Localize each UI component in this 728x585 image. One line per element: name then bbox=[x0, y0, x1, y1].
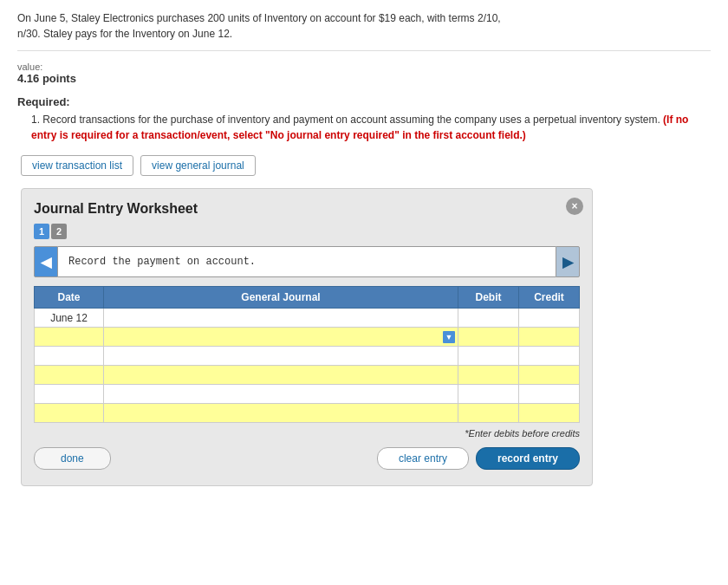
required-item: 1. Record transactions for the purchase … bbox=[31, 112, 711, 143]
credit-cell[interactable] bbox=[519, 347, 580, 366]
debit-cell[interactable] bbox=[458, 328, 519, 347]
journal-cell[interactable]: ▼ bbox=[104, 328, 458, 347]
worksheet-container: Journal Entry Worksheet × 1 2 ◀ Record t… bbox=[21, 188, 593, 486]
center-buttons: clear entry record entry bbox=[377, 447, 580, 470]
credit-input[interactable] bbox=[519, 347, 579, 365]
close-btn[interactable]: × bbox=[566, 198, 583, 215]
journal-dropdown-input[interactable] bbox=[104, 328, 458, 346]
date-cell bbox=[35, 328, 104, 347]
instruction-box: Record the payment on account. bbox=[58, 246, 556, 277]
journal-cell[interactable] bbox=[104, 366, 458, 385]
credit-cell[interactable] bbox=[519, 366, 580, 385]
intro-text-line1: On June 5, Staley Electronics purchases … bbox=[17, 12, 501, 24]
journal-input[interactable] bbox=[104, 347, 458, 365]
debit-cell[interactable] bbox=[458, 366, 519, 385]
credit-cell[interactable] bbox=[519, 309, 580, 328]
debit-input[interactable] bbox=[458, 404, 518, 422]
date-cell bbox=[35, 347, 104, 366]
nav-row: ◀ Record the payment on account. ▶ bbox=[34, 246, 580, 277]
debit-input[interactable] bbox=[458, 309, 518, 327]
bottom-buttons: done clear entry record entry bbox=[34, 447, 580, 470]
credit-input[interactable] bbox=[519, 385, 579, 403]
worksheet-title: Journal Entry Worksheet bbox=[34, 201, 580, 217]
done-button[interactable]: done bbox=[34, 447, 111, 470]
journal-cell[interactable] bbox=[104, 385, 458, 404]
required-section: Required: 1. Record transactions for the… bbox=[17, 95, 711, 143]
top-buttons: view transaction list view general journ… bbox=[21, 155, 711, 176]
step-2[interactable]: 2 bbox=[51, 224, 67, 239]
journal-input[interactable] bbox=[104, 309, 458, 327]
journal-input[interactable] bbox=[104, 385, 458, 403]
required-title: Required: bbox=[17, 95, 711, 108]
date-cell bbox=[35, 366, 104, 385]
record-entry-button[interactable]: record entry bbox=[476, 447, 580, 470]
table-row bbox=[35, 404, 580, 423]
next-arrow[interactable]: ▶ bbox=[556, 246, 580, 277]
step-1[interactable]: 1 bbox=[34, 224, 49, 239]
intro-section: On June 5, Staley Electronics purchases … bbox=[17, 10, 711, 51]
table-row bbox=[35, 385, 580, 404]
intro-text-line2: n/30. Staley pays for the Inventory on J… bbox=[17, 28, 232, 40]
header-journal: General Journal bbox=[104, 287, 458, 309]
debit-cell[interactable] bbox=[458, 385, 519, 404]
journal-cell[interactable] bbox=[104, 309, 458, 328]
journal-cell[interactable] bbox=[104, 404, 458, 423]
date-cell bbox=[35, 404, 104, 423]
debit-cell[interactable] bbox=[458, 347, 519, 366]
debit-input[interactable] bbox=[458, 328, 518, 346]
debit-input[interactable] bbox=[458, 385, 518, 403]
date-cell: June 12 bbox=[35, 309, 104, 328]
header-debit: Debit bbox=[458, 287, 519, 309]
enter-note: *Enter debits before credits bbox=[34, 428, 580, 439]
view-transaction-btn[interactable]: view transaction list bbox=[21, 155, 133, 176]
credit-input[interactable] bbox=[519, 404, 579, 422]
credit-input[interactable] bbox=[519, 309, 579, 327]
value-points: 4.16 points bbox=[17, 72, 711, 85]
value-label: value: bbox=[17, 62, 711, 72]
header-credit: Credit bbox=[519, 287, 580, 309]
clear-entry-button[interactable]: clear entry bbox=[377, 447, 469, 470]
journal-table: Date General Journal Debit Credit June 1… bbox=[34, 286, 580, 423]
credit-input[interactable] bbox=[519, 328, 579, 346]
debit-input[interactable] bbox=[458, 347, 518, 365]
credit-cell[interactable] bbox=[519, 404, 580, 423]
journal-input[interactable] bbox=[104, 404, 458, 422]
table-row: ▼ bbox=[35, 328, 580, 347]
value-section: value: 4.16 points bbox=[17, 62, 711, 85]
debit-input[interactable] bbox=[458, 366, 518, 384]
journal-cell[interactable] bbox=[104, 347, 458, 366]
item-number: 1. bbox=[31, 114, 40, 126]
credit-cell[interactable] bbox=[519, 385, 580, 404]
dropdown-arrow-icon[interactable]: ▼ bbox=[443, 331, 455, 343]
table-row: June 12 bbox=[35, 309, 580, 328]
credit-cell[interactable] bbox=[519, 328, 580, 347]
date-cell bbox=[35, 385, 104, 404]
item-text: Record transactions for the purchase of … bbox=[42, 114, 660, 126]
prev-arrow[interactable]: ◀ bbox=[34, 246, 58, 277]
debit-cell[interactable] bbox=[458, 309, 519, 328]
credit-input[interactable] bbox=[519, 366, 579, 384]
step-indicators: 1 2 bbox=[34, 224, 580, 239]
debit-cell[interactable] bbox=[458, 404, 519, 423]
view-journal-btn[interactable]: view general journal bbox=[140, 155, 256, 176]
header-date: Date bbox=[35, 287, 104, 309]
table-row bbox=[35, 366, 580, 385]
journal-input[interactable] bbox=[104, 366, 458, 384]
table-row bbox=[35, 347, 580, 366]
